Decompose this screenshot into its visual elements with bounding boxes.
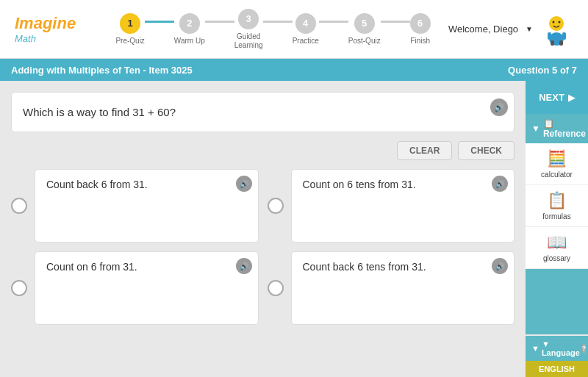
- choice-item-c: Count on 6 from 31.: [11, 251, 259, 325]
- reference-icon: ▼: [531, 123, 540, 134]
- question-text: Which is a way to find 31 + 60?: [23, 106, 176, 118]
- main-content: Which is a way to find 31 + 60? CLEAR CH…: [0, 81, 588, 377]
- formulas-label: formulas: [542, 212, 570, 220]
- step-circle-3: 3: [238, 9, 259, 29]
- logo-imagine: Imagine: [15, 14, 76, 33]
- content-area: Which is a way to find 31 + 60? CLEAR CH…: [0, 81, 526, 377]
- calculator-icon: 🧮: [547, 149, 567, 168]
- avatar: [540, 12, 573, 46]
- step-group-1: 1 Pre-Quiz: [115, 13, 173, 46]
- language-label: ▼ Language: [542, 340, 580, 357]
- choice-speaker-a[interactable]: [236, 176, 252, 192]
- svg-point-2: [553, 21, 555, 24]
- calculator-label: calculator: [541, 170, 573, 179]
- reference-header[interactable]: ▼ 📋 Reference: [526, 114, 588, 143]
- choice-text-c: Count on 6 from 31.: [46, 261, 137, 273]
- step-connector-3: [263, 21, 293, 23]
- choice-item-b: Count on 6 tens from 31.: [268, 169, 515, 243]
- check-button[interactable]: CHECK: [458, 141, 514, 160]
- logo-math: Math: [15, 33, 76, 44]
- language-button[interactable]: ENGLISH: [526, 361, 588, 377]
- user-dropdown-icon[interactable]: ▼: [526, 25, 533, 33]
- svg-rect-5: [562, 32, 566, 40]
- reference-item-calculator[interactable]: 🧮 calculator: [526, 143, 588, 185]
- step-group-5: 5 Post-Quiz: [348, 13, 410, 46]
- action-buttons: CLEAR CHECK: [11, 141, 514, 160]
- step-connector-1: [145, 21, 174, 23]
- step-connector-2: [205, 21, 234, 23]
- reference-label: 📋 Reference: [543, 118, 586, 139]
- step-group-2: 2 Warm Up: [174, 13, 234, 46]
- step-circle-5: 5: [354, 13, 375, 34]
- step-4[interactable]: 4 Practice: [293, 13, 319, 46]
- choice-box-b[interactable]: Count on 6 tens from 31.: [291, 169, 515, 243]
- step-1[interactable]: 1 Pre-Quiz: [115, 13, 144, 46]
- choice-speaker-c[interactable]: [236, 258, 252, 274]
- logo-area: Imagine Math: [15, 14, 76, 44]
- next-label: NEXT: [539, 92, 564, 103]
- step-label-5: Post-Quiz: [348, 37, 381, 46]
- step-circle-2: 2: [179, 13, 200, 34]
- choice-text-a: Count back 6 from 31.: [46, 179, 148, 190]
- glossary-icon: 📖: [547, 233, 567, 252]
- choice-radio-c[interactable]: [11, 280, 27, 296]
- welcome-text: Welcome, Diego: [448, 24, 518, 35]
- choice-text-d: Count back 6 tens from 31.: [303, 261, 426, 273]
- step-circle-6: 6: [410, 13, 431, 34]
- choice-speaker-d[interactable]: [492, 258, 508, 274]
- step-2[interactable]: 2 Warm Up: [174, 13, 205, 46]
- question-box: Which is a way to find 31 + 60?: [11, 92, 514, 132]
- reference-item-formulas[interactable]: 📋 formulas: [526, 185, 588, 227]
- language-panel: ▼ ▼ Language ? ENGLISH: [526, 336, 588, 377]
- question-bar-title: Adding with Multiples of Ten - Item 3025: [11, 65, 193, 76]
- step-circle-1: 1: [120, 13, 140, 34]
- step-3[interactable]: 3 GuidedLearning: [234, 9, 263, 50]
- choices-grid: Count back 6 from 31. Count on 6 tens fr…: [11, 169, 514, 325]
- choice-text-b: Count on 6 tens from 31.: [303, 179, 416, 190]
- user-area: Welcome, Diego ▼: [448, 12, 573, 46]
- question-counter: Question 5 of 7: [508, 65, 577, 76]
- svg-point-3: [559, 21, 561, 24]
- svg-rect-6: [551, 40, 554, 46]
- language-header[interactable]: ▼ ▼ Language ?: [526, 336, 588, 361]
- svg-rect-7: [559, 40, 563, 46]
- step-connector-5: [381, 21, 410, 23]
- choice-box-c[interactable]: Count on 6 from 31.: [35, 251, 259, 325]
- question-bar: Adding with Multiples of Ten - Item 3025…: [0, 59, 588, 81]
- reference-item-glossary[interactable]: 📖 glossary: [526, 227, 588, 269]
- svg-rect-4: [548, 32, 551, 40]
- question-speaker-button[interactable]: [490, 98, 508, 116]
- glossary-label: glossary: [543, 254, 570, 262]
- step-label-6: Finish: [410, 37, 430, 46]
- step-label-1: Pre-Quiz: [115, 37, 144, 46]
- choice-speaker-b[interactable]: [492, 176, 508, 192]
- choice-radio-a[interactable]: [11, 198, 27, 214]
- progress-steps: 1 Pre-Quiz 2 Warm Up 3 GuidedLearning 4 …: [98, 9, 448, 50]
- choice-item-d: Count back 6 tens from 31.: [268, 251, 515, 325]
- choice-radio-b[interactable]: [268, 198, 284, 214]
- step-5[interactable]: 5 Post-Quiz: [348, 13, 381, 46]
- step-label-3: GuidedLearning: [234, 32, 263, 50]
- next-button[interactable]: NEXT ▶: [526, 81, 588, 114]
- choice-box-a[interactable]: Count back 6 from 31.: [35, 169, 259, 243]
- header: Imagine Math 1 Pre-Quiz 2 Warm Up 3 Guid…: [0, 0, 588, 59]
- formulas-icon: 📋: [547, 191, 567, 210]
- svg-point-0: [549, 16, 564, 31]
- next-arrow-icon: ▶: [568, 93, 575, 103]
- step-label-4: Practice: [293, 37, 319, 46]
- right-sidebar: NEXT ▶ ▼ 📋 Reference 🧮 calculator 📋 form…: [526, 81, 588, 377]
- step-label-2: Warm Up: [174, 37, 205, 46]
- step-circle-4: 4: [295, 13, 316, 34]
- language-info-icon: ?: [582, 343, 587, 353]
- reference-panel: ▼ 📋 Reference 🧮 calculator 📋 formulas 📖 …: [526, 114, 588, 334]
- step-group-4: 4 Practice: [293, 13, 348, 46]
- step-group-3: 3 GuidedLearning: [234, 9, 293, 50]
- step-6[interactable]: 6 Finish: [410, 13, 431, 46]
- reference-items: 🧮 calculator 📋 formulas 📖 glossary: [526, 143, 588, 269]
- choice-box-d[interactable]: Count back 6 tens from 31.: [291, 251, 515, 325]
- step-connector-4: [319, 21, 348, 23]
- choice-radio-d[interactable]: [268, 280, 284, 296]
- language-icon: ▼: [531, 344, 539, 353]
- choice-item-a: Count back 6 from 31.: [11, 169, 259, 243]
- clear-button[interactable]: CLEAR: [397, 141, 452, 160]
